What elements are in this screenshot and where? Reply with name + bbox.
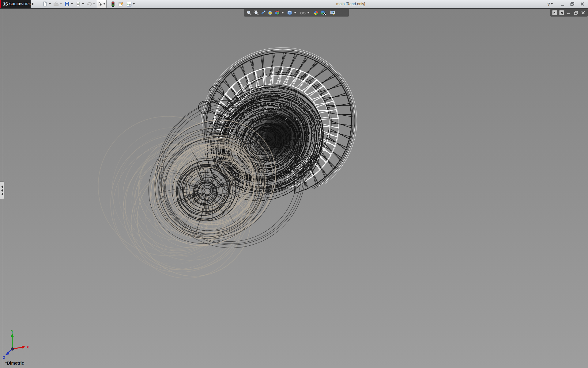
open-dropdown[interactable] xyxy=(59,1,62,7)
doc-restore-icon xyxy=(574,11,578,15)
view-orientation-cube-icon xyxy=(274,10,280,15)
doc-close-icon xyxy=(581,11,585,14)
save-floppy-icon xyxy=(65,2,70,6)
help-button[interactable]: ? xyxy=(546,1,556,7)
previous-view-button[interactable] xyxy=(260,10,266,16)
traffic-light-icon xyxy=(111,2,115,7)
apply-scene-icon xyxy=(320,10,326,16)
display-style-cube-icon xyxy=(287,10,292,15)
titlebar: 3S SOLIDWORKS xyxy=(0,0,588,9)
section-view-button[interactable] xyxy=(267,10,273,16)
zoom-to-fit-icon xyxy=(247,10,252,15)
chevron-right-icon xyxy=(32,2,34,6)
eyeglasses-icon xyxy=(300,11,306,15)
doc-close-button[interactable] xyxy=(580,10,586,16)
triad-z-label: Z xyxy=(3,356,5,359)
engine-wireframe-canvas[interactable] xyxy=(0,9,588,368)
minimize-icon xyxy=(561,2,565,6)
hide-show-items-button[interactable] xyxy=(300,10,306,16)
previous-window-button[interactable] xyxy=(552,10,557,15)
help-icon: ? xyxy=(547,2,550,7)
doc-minimize-icon xyxy=(567,11,571,14)
help-dropdown[interactable] xyxy=(550,1,553,7)
arrow-left-icon xyxy=(1,186,3,188)
save-dropdown[interactable] xyxy=(70,1,74,7)
options-button[interactable] xyxy=(126,1,132,7)
restore-icon xyxy=(570,2,575,6)
printer-icon xyxy=(76,2,81,6)
traffic-light-button[interactable] xyxy=(110,1,116,7)
graphics-viewport[interactable]: Y X Z *Dimetric xyxy=(0,9,588,368)
doc-restore-button[interactable] xyxy=(573,10,579,16)
undo-arrow-icon xyxy=(87,2,92,6)
new-document-dropdown[interactable] xyxy=(48,1,51,7)
view-orientation-dropdown[interactable] xyxy=(281,10,284,16)
zoom-to-fit-button[interactable] xyxy=(246,10,252,16)
window-title: main [Read-only] xyxy=(336,0,365,8)
save-button[interactable] xyxy=(64,1,70,7)
hide-show-items-dropdown[interactable] xyxy=(307,10,310,16)
file-properties-icon xyxy=(118,2,124,7)
minimize-button[interactable] xyxy=(559,1,566,7)
standard-toolbar xyxy=(42,0,137,8)
zoom-to-area-button[interactable] xyxy=(253,10,259,16)
solidworks-logo: 3S SOLIDWORKS xyxy=(0,0,31,8)
print-dropdown[interactable] xyxy=(81,1,85,7)
select-tool-dropdown[interactable] xyxy=(103,1,106,7)
previous-view-icon xyxy=(260,10,266,15)
new-document-button[interactable] xyxy=(42,1,48,7)
undo-button[interactable] xyxy=(86,1,92,7)
view-settings-icon xyxy=(330,10,336,15)
file-properties-button[interactable] xyxy=(118,1,124,7)
doc-minimize-button[interactable] xyxy=(566,10,571,16)
triad-x-label: X xyxy=(27,345,29,349)
open-button[interactable] xyxy=(53,1,59,7)
headsup-view-toolbar xyxy=(244,9,349,17)
arrow-left-icon xyxy=(1,189,3,192)
arrow-right-icon xyxy=(560,11,563,14)
apply-scene-button[interactable] xyxy=(320,10,326,16)
restore-button[interactable] xyxy=(569,1,576,7)
close-icon xyxy=(580,2,584,6)
3ds-swirl-icon: 3S xyxy=(3,2,8,6)
undo-dropdown[interactable] xyxy=(92,1,96,7)
select-cursor-icon xyxy=(97,1,103,7)
select-tool-button[interactable] xyxy=(97,0,107,8)
appearance-sphere-icon xyxy=(313,10,319,16)
close-button[interactable] xyxy=(579,1,586,7)
zoom-to-area-icon xyxy=(254,10,259,15)
print-button[interactable] xyxy=(75,1,81,7)
options-dropdown[interactable] xyxy=(132,1,135,7)
view-orientation-label: *Dimetric xyxy=(5,361,24,366)
new-document-icon xyxy=(43,2,47,6)
display-style-button[interactable] xyxy=(287,10,293,16)
section-view-icon xyxy=(267,10,273,15)
view-orientation-button[interactable] xyxy=(274,10,280,16)
triad-y-label: Y xyxy=(11,330,13,333)
display-style-dropdown[interactable] xyxy=(294,10,296,16)
options-checklist-icon xyxy=(126,2,132,7)
view-settings-button[interactable] xyxy=(330,10,336,16)
menu-expand-button[interactable] xyxy=(31,1,35,7)
app-window-controls: ? xyxy=(546,0,586,8)
edit-appearance-button[interactable] xyxy=(313,10,319,16)
arrow-left-icon xyxy=(1,193,3,195)
arrow-left-icon xyxy=(553,11,556,14)
document-window-controls xyxy=(550,9,588,17)
next-window-button[interactable] xyxy=(559,10,564,15)
open-folder-icon xyxy=(54,2,58,6)
brand-solid: SOLID xyxy=(9,2,20,6)
feature-panel-collapse-tab[interactable] xyxy=(0,182,4,199)
